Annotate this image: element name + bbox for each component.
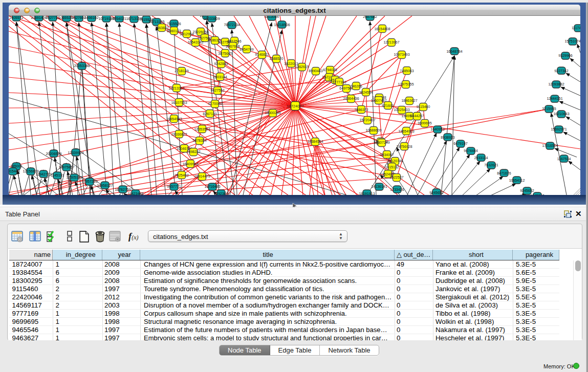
- svg-text:16648784: 16648784: [446, 50, 462, 53]
- svg-text:2522537: 2522537: [389, 176, 403, 179]
- svg-text:9329966: 9329966: [558, 54, 572, 57]
- svg-text:17016504: 17016504: [542, 144, 558, 147]
- svg-text:19756928: 19756928: [396, 145, 412, 148]
- svg-text:6479197: 6479197: [453, 142, 467, 145]
- svg-text:1733426: 1733426: [390, 188, 404, 191]
- svg-text:12093882: 12093882: [548, 82, 564, 86]
- svg-text:16914479: 16914479: [194, 174, 210, 178]
- svg-text:13654923: 13654923: [398, 129, 414, 133]
- svg-text:10654112: 10654112: [509, 179, 525, 182]
- svg-text:9699695: 9699695: [418, 121, 431, 125]
- svg-text:1588520: 1588520: [269, 57, 283, 60]
- svg-text:9054021: 9054021: [112, 17, 126, 20]
- svg-text:1640953: 1640953: [430, 127, 444, 131]
- svg-text:9034067: 9034067: [380, 153, 394, 157]
- svg-text:10025433: 10025433: [394, 108, 409, 112]
- svg-text:19166827: 19166827: [171, 133, 187, 136]
- svg-text:3875645: 3875645: [218, 52, 232, 55]
- svg-text:20364436: 20364436: [343, 97, 359, 100]
- svg-text:13716485: 13716485: [204, 185, 220, 188]
- svg-text:2803144: 2803144: [213, 75, 227, 79]
- svg-text:8660123: 8660123: [167, 29, 181, 33]
- svg-text:16120746: 16120746: [387, 159, 403, 163]
- svg-text:17957253: 17957253: [81, 180, 97, 183]
- svg-text:8454749: 8454749: [239, 48, 253, 51]
- svg-text:9327711: 9327711: [46, 16, 60, 19]
- svg-text:8938923: 8938923: [441, 136, 454, 139]
- svg-text:1145191: 1145191: [51, 173, 64, 177]
- svg-text:9245012: 9245012: [530, 194, 544, 195]
- svg-text:16033809: 16033809: [204, 17, 220, 20]
- svg-text:12505175: 12505175: [66, 176, 82, 179]
- svg-text:746266: 746266: [350, 84, 362, 88]
- svg-text:9427552: 9427552: [210, 89, 224, 92]
- svg-text:1615132: 1615132: [385, 165, 399, 169]
- svg-text:20206576: 20206576: [46, 152, 61, 156]
- svg-text:9115460: 9115460: [417, 105, 430, 108]
- svg-text:9146821: 9146821: [255, 53, 269, 56]
- svg-text:9227342: 9227342: [554, 69, 568, 73]
- svg-text:4170046: 4170046: [208, 102, 222, 105]
- svg-text:14136141: 14136141: [371, 185, 387, 188]
- svg-text:7632621: 7632621: [484, 163, 498, 167]
- svg-text:12975155: 12975155: [398, 82, 413, 86]
- svg-text:9457771: 9457771: [167, 185, 181, 188]
- svg-text:1362615: 1362615: [295, 65, 309, 69]
- svg-text:16782759: 16782759: [115, 188, 130, 191]
- svg-text:18724007: 18724007: [287, 104, 303, 108]
- svg-text:9242845: 9242845: [214, 62, 228, 65]
- svg-text:16409948: 16409948: [182, 162, 198, 166]
- svg-text:18463627: 18463627: [401, 99, 417, 102]
- svg-text:9245652: 9245652: [429, 191, 443, 194]
- svg-text:19384554: 19384554: [307, 140, 323, 143]
- svg-text:10973493: 10973493: [394, 53, 409, 56]
- svg-text:18300295: 18300295: [265, 111, 280, 115]
- svg-text:10975857: 10975857: [58, 165, 74, 169]
- svg-text:10958127: 10958127: [97, 184, 113, 187]
- svg-text:7625402: 7625402: [175, 173, 188, 177]
- svg-text:1498222: 1498222: [186, 150, 200, 154]
- svg-text:16107553: 16107553: [171, 101, 187, 104]
- svg-text:8267130: 8267130: [203, 112, 216, 116]
- svg-text:18191913: 18191913: [359, 192, 375, 195]
- svg-text:185001: 185001: [10, 164, 22, 168]
- svg-text:2718129: 2718129: [175, 69, 188, 73]
- svg-text:6466102: 6466102: [84, 16, 98, 19]
- svg-text:16543342: 16543342: [187, 40, 203, 44]
- svg-text:3915448: 3915448: [9, 169, 20, 173]
- svg-text:9777169: 9777169: [332, 80, 346, 84]
- svg-text:6794028: 6794028: [323, 68, 337, 72]
- svg-text:2933114: 2933114: [474, 156, 488, 160]
- svg-text:1327602: 1327602: [72, 16, 85, 19]
- svg-text:9245652: 9245652: [520, 189, 534, 192]
- svg-text:16713155: 16713155: [148, 20, 164, 24]
- svg-text:12213363: 12213363: [168, 86, 184, 90]
- svg-text:12942737: 12942737: [35, 172, 51, 176]
- svg-text:15751074: 15751074: [564, 39, 580, 43]
- svg-text:12353594: 12353594: [194, 127, 210, 131]
- svg-text:621600: 621600: [382, 104, 394, 107]
- svg-text:8990443: 8990443: [309, 69, 322, 73]
- svg-text:3824554: 3824554: [359, 91, 373, 94]
- svg-text:18807249: 18807249: [374, 141, 389, 144]
- svg-text:8471676: 8471676: [497, 171, 511, 175]
- svg-text:7485063: 7485063: [400, 69, 413, 73]
- svg-text:1117404: 1117404: [572, 26, 580, 30]
- svg-text:3912954: 3912954: [180, 32, 193, 36]
- svg-text:20691406: 20691406: [31, 16, 47, 19]
- svg-text:23226058: 23226058: [192, 30, 208, 34]
- svg-text:2967608: 2967608: [226, 45, 239, 48]
- svg-text:2405572: 2405572: [9, 16, 23, 19]
- svg-text:3215955: 3215955: [542, 107, 556, 111]
- svg-text:15692971: 15692971: [551, 127, 567, 131]
- svg-text:9474444: 9474444: [464, 149, 477, 152]
- svg-text:12444151: 12444151: [547, 97, 562, 100]
- svg-text:5878334: 5878334: [192, 139, 206, 142]
- svg-text:7515526: 7515526: [167, 22, 181, 26]
- svg-text:8444257: 8444257: [410, 114, 424, 118]
- svg-text:20053346: 20053346: [74, 64, 90, 68]
- svg-text:16210643: 16210643: [553, 112, 569, 116]
- svg-text:19218506: 19218506: [274, 23, 290, 27]
- svg-text:15720407: 15720407: [359, 118, 375, 122]
- svg-text:1292369: 1292369: [214, 192, 228, 195]
